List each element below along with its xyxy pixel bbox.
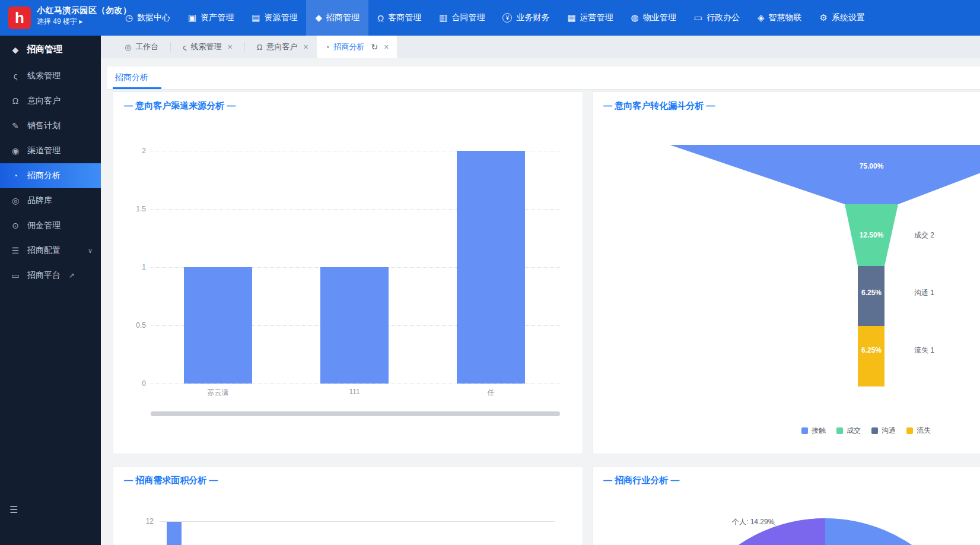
nav-item-operation[interactable]: ▦运营管理 xyxy=(558,0,622,36)
nav-item-data-center[interactable]: ◷数据中心 xyxy=(116,0,179,36)
funnel-percent-label: 6.25% xyxy=(861,346,882,354)
legend-swatch xyxy=(871,427,878,434)
sidebar-item-brand-library[interactable]: ◎品牌库 xyxy=(0,188,101,213)
sidebar-title: ◆ 招商管理 xyxy=(0,36,101,64)
clue-icon: ς xyxy=(183,43,186,52)
clock-icon: ◷ xyxy=(125,12,133,23)
sidebar: ◆ 招商管理 ς线索管理 Ω意向客户 ✎销售计划 ◉渠道管理 ◔招商分析 ◎品牌… xyxy=(0,36,101,545)
nav-item-admin-office[interactable]: ▭行政办公 xyxy=(685,0,749,36)
pie-icon: ◔ xyxy=(11,171,20,180)
bar-111[interactable] xyxy=(320,267,389,384)
grid-icon: ▦ xyxy=(567,12,575,23)
coin-icon: ⊙ xyxy=(11,221,20,230)
bar-area-demand[interactable] xyxy=(167,522,182,545)
sidebar-item-clue-management[interactable]: ς线索管理 xyxy=(0,64,101,88)
chart-title: — 招商需求面积分析 — xyxy=(124,475,218,486)
external-link-icon: ↗ xyxy=(69,271,75,280)
page-tab-strip: 招商分析 xyxy=(107,66,980,90)
logo-letter: h xyxy=(15,9,24,27)
pen-icon: ✎ xyxy=(11,121,20,131)
bar-ren[interactable] xyxy=(457,151,525,384)
nav-item-investment[interactable]: ◆招商管理 xyxy=(306,0,368,36)
arrow-right-icon: ▸ xyxy=(79,17,82,26)
funnel-stage-label: 流失 1 xyxy=(914,346,934,354)
legend-swatch xyxy=(836,427,843,434)
sidebar-item-intent-customers[interactable]: Ω意向客户 xyxy=(0,88,101,113)
card-channel-source-analysis: — 意向客户渠道来源分析 — 2 1.5 1 0.5 0 苏云潇 111 任 xyxy=(113,91,583,454)
funnel-legend: 接触 成交 沟通 流失 xyxy=(801,426,931,436)
funnel-percent-label: 12.50% xyxy=(860,231,884,239)
nav-item-contract[interactable]: ▥合同管理 xyxy=(430,0,494,36)
chart-title: — 招商行业分析 — xyxy=(603,475,679,486)
x-axis-label: 111 xyxy=(320,388,389,396)
nav-item-iot[interactable]: ◈智慧物联 xyxy=(749,0,811,36)
sidebar-item-sales-plan[interactable]: ✎销售计划 xyxy=(0,113,101,138)
active-tab-underline xyxy=(113,87,161,89)
dashboard-icon: ◎ xyxy=(125,43,131,52)
app-logo[interactable]: h xyxy=(8,7,31,29)
x-axis-label: 任 xyxy=(457,388,525,398)
menu-fold-icon[interactable]: ☰ xyxy=(9,504,18,515)
y-axis-tick: 1.5 xyxy=(124,205,146,213)
y-axis-tick: 0.5 xyxy=(124,321,146,329)
tab-workbench[interactable]: ◎ 工作台 xyxy=(116,36,167,58)
yuan-icon: ¥ xyxy=(502,13,512,23)
gridline xyxy=(151,384,560,384)
close-icon[interactable]: × xyxy=(304,42,308,52)
pie-icon: ◔ xyxy=(325,43,330,52)
tab-separator xyxy=(170,42,171,52)
legend-item-lost[interactable]: 流失 xyxy=(906,426,931,436)
gear-icon: ⚙ xyxy=(819,12,827,23)
tab-investment-analysis[interactable]: ◔ 招商分析 ↻ × xyxy=(317,36,397,58)
legend-swatch xyxy=(801,427,808,434)
sidebar-item-investment-config[interactable]: ☰招商配置∨ xyxy=(0,238,101,263)
coin-icon: ◎ xyxy=(11,196,20,205)
monitor-icon: ▭ xyxy=(694,12,702,23)
sidebar-item-channel-management[interactable]: ◉渠道管理 xyxy=(0,138,101,163)
funnel-stage-lost[interactable] xyxy=(858,326,884,386)
close-icon[interactable]: × xyxy=(384,42,389,52)
tab-intent-customers[interactable]: Ω 意向客户 × xyxy=(249,36,317,58)
page-tab-investment-analysis[interactable]: 招商分析 xyxy=(113,66,164,88)
gridline xyxy=(160,521,555,522)
funnel-stage-label: 沟通 1 xyxy=(914,289,934,297)
nav-item-resource[interactable]: ▤资源管理 xyxy=(243,0,306,36)
sidebar-item-commission[interactable]: ⊙佣金管理 xyxy=(0,213,101,238)
sidebar-item-investment-analysis[interactable]: ◔招商分析 xyxy=(0,163,101,188)
legend-item-contact[interactable]: 接触 xyxy=(801,426,826,436)
iot-icon: ◈ xyxy=(758,12,765,23)
main-nav: ◷数据中心 ▣资产管理 ▤资源管理 ◆招商管理 Ω客商管理 ▥合同管理 ¥业务财… xyxy=(116,0,874,36)
tab-separator xyxy=(244,42,245,52)
horizontal-scrollbar[interactable] xyxy=(151,411,560,416)
nav-item-merchant[interactable]: Ω客商管理 xyxy=(368,0,430,36)
chart-title: — 意向客户渠道来源分析 — xyxy=(124,100,236,112)
funnel-stage-label: 成交 2 xyxy=(914,231,934,239)
diamond-icon: ◆ xyxy=(315,12,322,23)
tab-clue-management[interactable]: ς 线索管理 × xyxy=(174,36,240,58)
nav-item-settings[interactable]: ⚙系统设置 xyxy=(810,0,873,36)
y-axis-tick: 1 xyxy=(124,263,146,271)
user-icon: Ω xyxy=(11,96,20,106)
user-icon: Ω xyxy=(377,13,384,23)
chevron-down-icon: ∨ xyxy=(88,247,93,255)
pie-slice-label: 个人: 14.29% xyxy=(732,517,774,527)
x-axis-label: 苏云潇 xyxy=(184,388,252,398)
card-industry-analysis: — 招商行业分析 — 个人: 14.29% xyxy=(592,466,980,545)
sidebar-item-investment-platform[interactable]: ▭招商平台↗ xyxy=(0,263,101,288)
nav-item-asset[interactable]: ▣资产管理 xyxy=(179,0,243,36)
nav-item-property[interactable]: ◍物业管理 xyxy=(622,0,685,36)
drop-icon: ◍ xyxy=(631,12,639,23)
monitor-icon: ▭ xyxy=(11,271,20,280)
funnel-stage-contact[interactable] xyxy=(670,145,980,204)
user-icon: Ω xyxy=(257,43,263,52)
bar-suyunxiao[interactable] xyxy=(184,267,252,384)
legend-swatch xyxy=(906,427,913,434)
close-icon[interactable]: × xyxy=(228,42,233,52)
nav-item-finance[interactable]: ¥业务财务 xyxy=(494,0,558,36)
legend-item-communicate[interactable]: 沟通 xyxy=(871,426,896,436)
top-navbar: h 小红马演示园区（勿改） 选择 49 楼宇 ▸ ◷数据中心 ▣资产管理 ▤资源… xyxy=(0,0,980,36)
legend-item-deal[interactable]: 成交 xyxy=(836,426,861,436)
y-axis-tick: 12 xyxy=(131,517,154,525)
refresh-icon[interactable]: ↻ xyxy=(371,42,378,52)
y-axis-tick: 2 xyxy=(124,147,146,155)
